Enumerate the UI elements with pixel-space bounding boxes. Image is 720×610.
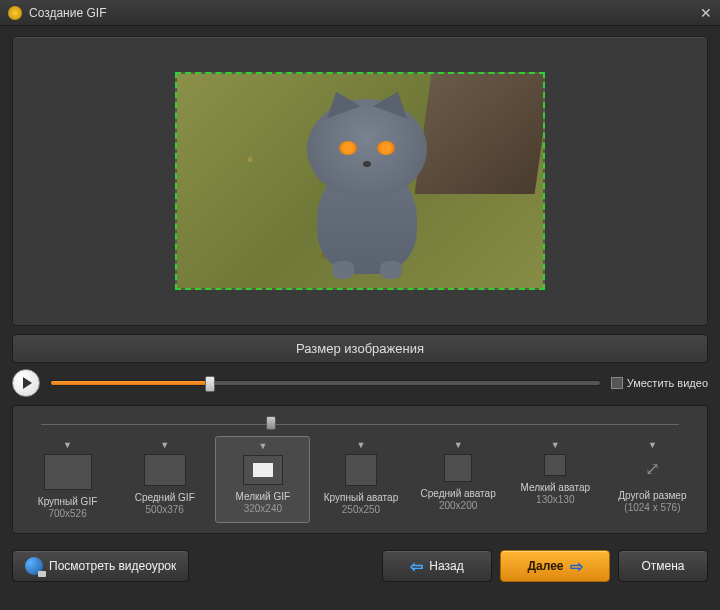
back-button[interactable]: ⇦ Назад (382, 550, 492, 582)
crop-frame[interactable] (175, 72, 545, 290)
preset-thumb (44, 454, 92, 490)
app-icon (8, 6, 22, 20)
preset-2[interactable]: ▼Мелкий GIF320x240 (215, 436, 310, 523)
arrow-right-icon: ⇨ (570, 557, 583, 576)
slider-thumb[interactable] (205, 376, 215, 392)
chevron-down-icon: ▼ (511, 440, 600, 450)
video-icon (25, 557, 43, 575)
presets-row: ▼Крупный GIF700x526▼Средний GIF500x376▼М… (21, 436, 699, 523)
preset-label: Другой размер (608, 490, 697, 502)
preset-label: Крупный аватар (316, 492, 405, 504)
preset-label: Крупный GIF (23, 496, 112, 508)
preset-dims: (1024 x 576) (608, 502, 697, 513)
next-button[interactable]: Далее ⇨ (500, 550, 610, 582)
ruler-thumb[interactable] (266, 416, 276, 430)
preset-thumb (345, 454, 377, 486)
preview-panel (12, 36, 708, 326)
chevron-down-icon: ▼ (120, 440, 209, 450)
fit-video-label: Уместить видео (627, 377, 708, 389)
preset-dims: 130x130 (511, 494, 600, 505)
preset-5[interactable]: ▼Мелкий аватар130x130 (509, 436, 602, 523)
play-button[interactable] (12, 369, 40, 397)
chevron-down-icon: ▼ (414, 440, 503, 450)
arrow-left-icon: ⇦ (410, 557, 423, 576)
preset-3[interactable]: ▼Крупный аватар250x250 (314, 436, 407, 523)
chevron-down-icon: ▼ (23, 440, 112, 450)
chevron-down-icon: ▼ (218, 441, 307, 451)
cancel-button[interactable]: Отмена (618, 550, 708, 582)
preset-thumb (144, 454, 186, 486)
chevron-down-icon: ▼ (608, 440, 697, 450)
preset-4[interactable]: ▼Средний аватар200x200 (412, 436, 505, 523)
preset-thumb: ⤢ (632, 454, 672, 484)
preset-dims: 320x240 (218, 503, 307, 514)
checkbox-box[interactable] (611, 377, 623, 389)
preset-thumb (544, 454, 566, 476)
preset-dims: 500x376 (120, 504, 209, 515)
close-icon[interactable]: ✕ (700, 5, 712, 21)
preset-0[interactable]: ▼Крупный GIF700x526 (21, 436, 114, 523)
footer: Посмотреть видеоурок ⇦ Назад Далее ⇨ Отм… (0, 542, 720, 590)
preset-thumb (444, 454, 472, 482)
watch-tutorial-button[interactable]: Посмотреть видеоурок (12, 550, 189, 582)
preset-label: Средний GIF (120, 492, 209, 504)
preset-dims: 700x526 (23, 508, 112, 519)
window-title: Создание GIF (29, 6, 700, 20)
preset-label: Мелкий аватар (511, 482, 600, 494)
size-slider[interactable] (50, 380, 601, 386)
preset-dims: 250x250 (316, 504, 405, 515)
fit-video-checkbox[interactable]: Уместить видео (611, 377, 708, 389)
section-title: Размер изображения (12, 334, 708, 363)
preview-image (177, 74, 543, 288)
preset-label: Мелкий GIF (218, 491, 307, 503)
slider-fill (51, 381, 210, 385)
chevron-down-icon: ▼ (316, 440, 405, 450)
preset-6[interactable]: ▼⤢Другой размер(1024 x 576) (606, 436, 699, 523)
preset-label: Средний аватар (414, 488, 503, 500)
titlebar: Создание GIF ✕ (0, 0, 720, 26)
preset-dims: 200x200 (414, 500, 503, 511)
preset-thumb (243, 455, 283, 485)
presets-panel: ▼Крупный GIF700x526▼Средний GIF500x376▼М… (12, 405, 708, 534)
preset-ruler[interactable] (41, 412, 679, 430)
expand-icon: ⤢ (645, 458, 660, 480)
size-slider-row: Уместить видео (12, 369, 708, 397)
preset-1[interactable]: ▼Средний GIF500x376 (118, 436, 211, 523)
